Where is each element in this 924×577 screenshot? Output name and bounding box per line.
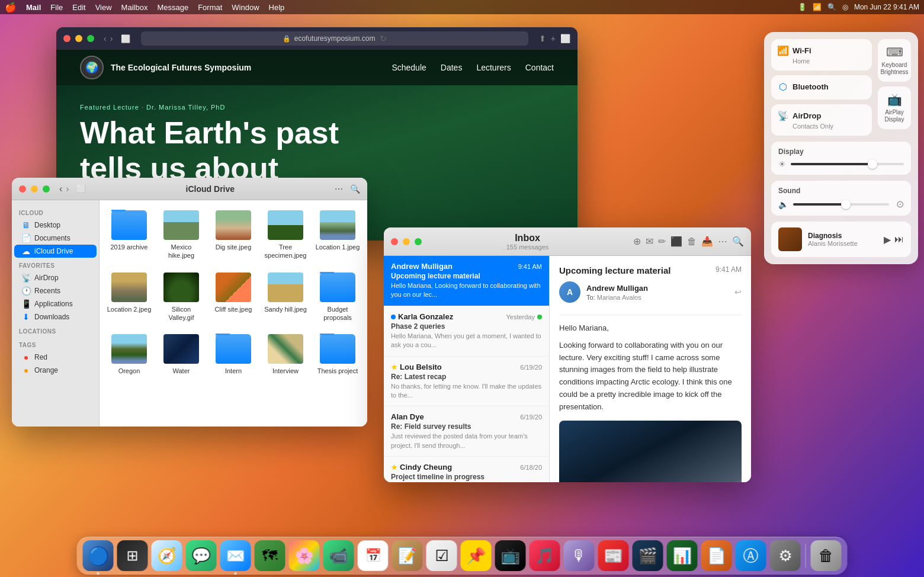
dock-maps[interactable]: 🗺: [255, 540, 285, 571]
finder-close[interactable]: [19, 185, 26, 193]
file-item[interactable]: Water: [156, 329, 206, 380]
dock-safari[interactable]: 🧭: [152, 540, 182, 571]
dock-appstore[interactable]: Ⓐ: [736, 540, 766, 571]
dock-trash[interactable]: 🗑: [811, 540, 842, 571]
menu-window[interactable]: Window: [232, 3, 259, 12]
airplay-tile[interactable]: 📺 AirPlay Display: [878, 86, 911, 129]
keyboard-brightness-tile[interactable]: ⌨ Keyboard Brightness: [878, 39, 911, 82]
reload-icon[interactable]: ↻: [380, 34, 387, 43]
mail-item[interactable]: Andrew Mulligan 9:41 AM Upcoming lecture…: [384, 256, 549, 306]
mail-maximize[interactable]: [415, 238, 422, 245]
dock-news[interactable]: 📰: [598, 540, 629, 571]
bluetooth-tile[interactable]: ⬡ Bluetooth: [771, 75, 872, 100]
file-item[interactable]: Thesis project: [313, 329, 362, 380]
dock-music[interactable]: 🎵: [530, 540, 560, 571]
nav-contact[interactable]: Contact: [525, 63, 554, 72]
nav-lecturers[interactable]: Lecturers: [476, 63, 511, 72]
next-icon[interactable]: ⏭: [894, 234, 904, 245]
sidebar-item-applications[interactable]: 📱 Applications: [14, 297, 97, 310]
sidebar-tag-orange[interactable]: ● Orange: [14, 364, 97, 377]
dock-launchpad[interactable]: ⊞: [117, 540, 148, 571]
sound-slider[interactable]: 🔈 ⊙: [778, 198, 904, 210]
dock-notes[interactable]: 📝: [392, 540, 423, 571]
dock-numbers[interactable]: 📊: [667, 540, 698, 571]
nav-schedule[interactable]: Schedule: [392, 63, 426, 72]
sound-options-icon[interactable]: ⊙: [896, 198, 904, 210]
mail-item[interactable]: ★Lou Belsito 6/19/20 Re: Latest recap No…: [384, 357, 549, 407]
mail-close[interactable]: [391, 238, 398, 245]
file-item[interactable]: Oregon: [104, 329, 154, 380]
file-item[interactable]: Intern: [208, 329, 258, 380]
dock-system-preferences[interactable]: ⚙: [770, 540, 801, 571]
sidebar-tag-red[interactable]: ● Red: [14, 351, 97, 364]
dock-mail[interactable]: ✉️: [220, 540, 251, 571]
sidebar-item-desktop[interactable]: 🖥 Desktop: [14, 219, 97, 232]
minimize-button[interactable]: [75, 35, 82, 42]
dock-calendar[interactable]: 📅: [358, 540, 389, 571]
sidebar-item-icloud[interactable]: ☁ iCloud Drive: [14, 245, 97, 258]
siri-icon[interactable]: ◎: [842, 3, 848, 11]
file-item[interactable]: Silicon Valley.gif: [156, 267, 206, 327]
mail-compose-icon[interactable]: ✉: [646, 236, 653, 247]
sidebar-item-airdrop[interactable]: 📡 AirDrop: [14, 271, 97, 284]
file-item[interactable]: Dig site.jpeg: [208, 205, 258, 265]
close-button[interactable]: [63, 35, 70, 42]
finder-minimize[interactable]: [31, 185, 38, 193]
share-icon[interactable]: ⬆: [539, 34, 546, 43]
dock-photos[interactable]: 🌸: [289, 540, 320, 571]
dock-pages[interactable]: 📄: [701, 540, 732, 571]
mail-search-icon[interactable]: 🔍: [732, 236, 744, 247]
file-item[interactable]: Mexico hike.jpeg: [156, 205, 206, 265]
dock-messages[interactable]: 💬: [186, 540, 217, 571]
play-icon[interactable]: ▶: [884, 234, 891, 245]
sidebar-item-downloads[interactable]: ⬇ Downloads: [14, 310, 97, 323]
app-name[interactable]: Mail: [26, 3, 41, 12]
mail-junk-icon[interactable]: ⊕: [633, 236, 641, 247]
url-bar[interactable]: 🔒 ecofuturesymposium.com ↻: [141, 31, 528, 46]
mail-delete-icon[interactable]: 🗑: [687, 236, 697, 247]
menu-file[interactable]: File: [50, 3, 63, 12]
menu-edit[interactable]: Edit: [72, 3, 85, 12]
finder-back[interactable]: ‹: [59, 184, 62, 194]
file-item[interactable]: 2019 archive: [104, 205, 154, 265]
nav-dates[interactable]: Dates: [441, 63, 463, 72]
dock-facetime[interactable]: 📹: [323, 540, 354, 571]
menu-message[interactable]: Message: [157, 3, 188, 12]
menu-help[interactable]: Help: [269, 3, 285, 12]
dock-reminders[interactable]: ☑: [426, 540, 457, 571]
mail-item[interactable]: Alan Dye 6/19/20 Re: Field survey result…: [384, 406, 549, 457]
wifi-tile[interactable]: 📶 Wi-Fi Home: [771, 39, 872, 70]
apple-menu[interactable]: 🍎: [5, 2, 17, 13]
mail-more-icon[interactable]: ⋯: [718, 236, 727, 247]
forward-icon[interactable]: ›: [110, 34, 113, 43]
maximize-button[interactable]: [87, 35, 94, 42]
file-item[interactable]: Location 1.jpeg: [313, 205, 362, 265]
file-item[interactable]: Interview: [261, 329, 310, 380]
sidebar-item-documents[interactable]: 📄 Documents: [14, 232, 97, 245]
file-item[interactable]: Tree specimen.jpeg: [261, 205, 310, 265]
menu-mailbox[interactable]: Mailbox: [121, 3, 148, 12]
file-item[interactable]: Sandy hill.jpeg: [261, 267, 310, 327]
menu-view[interactable]: View: [95, 3, 112, 12]
finder-path-icon[interactable]: ⋯: [335, 184, 343, 194]
menu-format[interactable]: Format: [198, 3, 222, 12]
search-icon[interactable]: 🔍: [827, 3, 836, 11]
dock-finder[interactable]: 🔵: [83, 540, 114, 571]
mail-reply-icon[interactable]: ✏: [658, 236, 666, 247]
display-slider[interactable]: ☀: [778, 159, 904, 169]
finder-search-icon[interactable]: 🔍: [350, 184, 360, 194]
finder-view-toggle[interactable]: ⬜: [76, 184, 86, 193]
airdrop-tile[interactable]: 📡 AirDrop Contacts Only: [771, 104, 872, 136]
file-item[interactable]: Location 2.jpeg: [104, 267, 154, 327]
new-tab-icon[interactable]: +: [551, 34, 556, 43]
mail-minimize[interactable]: [403, 238, 410, 245]
reply-arrow-icon[interactable]: ↩: [734, 287, 742, 297]
back-icon[interactable]: ‹: [104, 34, 107, 43]
dock-stickies[interactable]: 📌: [461, 540, 492, 571]
sidebar-item-recents[interactable]: 🕐 Recents: [14, 284, 97, 297]
dock-keynote[interactable]: 🎬: [633, 540, 663, 571]
sidebar-toggle-icon[interactable]: ⬜: [121, 34, 130, 43]
mail-item[interactable]: Karla Gonzalez Yesterday Phase 2 queries…: [384, 306, 549, 357]
dock-podcasts[interactable]: 🎙: [564, 540, 595, 571]
finder-maximize[interactable]: [43, 185, 50, 193]
